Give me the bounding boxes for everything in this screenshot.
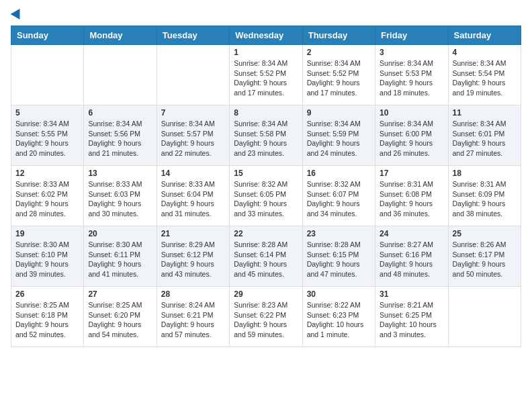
calendar-cell: 15Sunrise: 8:32 AM Sunset: 6:05 PM Dayli… bbox=[230, 166, 302, 226]
calendar-cell: 6Sunrise: 8:34 AM Sunset: 5:56 PM Daylig… bbox=[84, 105, 157, 166]
day-info: Sunrise: 8:34 AM Sunset: 6:00 PM Dayligh… bbox=[380, 119, 443, 158]
day-number: 18 bbox=[453, 169, 517, 178]
calendar-cell: 26Sunrise: 8:25 AM Sunset: 6:18 PM Dayli… bbox=[11, 287, 84, 347]
day-info: Sunrise: 8:28 AM Sunset: 6:14 PM Dayligh… bbox=[234, 240, 298, 279]
day-number: 31 bbox=[380, 289, 443, 299]
day-info: Sunrise: 8:28 AM Sunset: 6:15 PM Dayligh… bbox=[307, 240, 371, 279]
day-number: 21 bbox=[161, 229, 225, 238]
calendar-cell: 16Sunrise: 8:32 AM Sunset: 6:07 PM Dayli… bbox=[302, 166, 375, 226]
day-info: Sunrise: 8:30 AM Sunset: 6:11 PM Dayligh… bbox=[88, 240, 152, 279]
calendar-week-3: 12Sunrise: 8:33 AM Sunset: 6:02 PM Dayli… bbox=[11, 166, 521, 226]
calendar-cell: 9Sunrise: 8:34 AM Sunset: 5:59 PM Daylig… bbox=[302, 105, 375, 166]
day-number: 28 bbox=[161, 289, 225, 299]
calendar-cell: 5Sunrise: 8:34 AM Sunset: 5:55 PM Daylig… bbox=[11, 105, 84, 166]
day-info: Sunrise: 8:24 AM Sunset: 6:21 PM Dayligh… bbox=[161, 300, 225, 340]
day-number: 23 bbox=[307, 229, 371, 238]
calendar-cell: 31Sunrise: 8:21 AM Sunset: 6:25 PM Dayli… bbox=[375, 287, 448, 347]
calendar-cell: 10Sunrise: 8:34 AM Sunset: 6:00 PM Dayli… bbox=[375, 105, 448, 166]
logo bbox=[11, 11, 23, 17]
day-info: Sunrise: 8:34 AM Sunset: 5:55 PM Dayligh… bbox=[15, 119, 79, 158]
calendar-cell: 24Sunrise: 8:27 AM Sunset: 6:16 PM Dayli… bbox=[375, 226, 448, 287]
day-info: Sunrise: 8:33 AM Sunset: 6:02 PM Dayligh… bbox=[15, 179, 79, 219]
logo-triangle-icon bbox=[11, 6, 25, 19]
calendar-cell: 23Sunrise: 8:28 AM Sunset: 6:15 PM Dayli… bbox=[302, 226, 375, 287]
day-info: Sunrise: 8:30 AM Sunset: 6:10 PM Dayligh… bbox=[15, 240, 79, 279]
day-number: 3 bbox=[380, 48, 443, 57]
calendar-cell: 7Sunrise: 8:34 AM Sunset: 5:57 PM Daylig… bbox=[157, 105, 229, 166]
calendar-header-tuesday: Tuesday bbox=[157, 26, 229, 45]
calendar-header-monday: Monday bbox=[84, 26, 157, 45]
day-number: 12 bbox=[15, 169, 79, 178]
calendar-cell: 27Sunrise: 8:25 AM Sunset: 6:20 PM Dayli… bbox=[84, 287, 157, 347]
day-info: Sunrise: 8:34 AM Sunset: 5:52 PM Dayligh… bbox=[307, 58, 371, 98]
page-header bbox=[11, 11, 521, 17]
day-info: Sunrise: 8:34 AM Sunset: 5:59 PM Dayligh… bbox=[307, 119, 371, 158]
calendar-cell bbox=[84, 45, 157, 105]
day-info: Sunrise: 8:32 AM Sunset: 6:05 PM Dayligh… bbox=[234, 179, 298, 219]
day-number: 24 bbox=[380, 229, 443, 238]
day-info: Sunrise: 8:33 AM Sunset: 6:04 PM Dayligh… bbox=[161, 179, 225, 219]
calendar-week-1: 1Sunrise: 8:34 AM Sunset: 5:52 PM Daylig… bbox=[11, 45, 521, 105]
calendar-cell: 1Sunrise: 8:34 AM Sunset: 5:52 PM Daylig… bbox=[230, 45, 302, 105]
day-number: 8 bbox=[234, 108, 298, 118]
day-info: Sunrise: 8:23 AM Sunset: 6:22 PM Dayligh… bbox=[234, 300, 298, 340]
day-number: 26 bbox=[15, 289, 79, 299]
day-number: 16 bbox=[307, 169, 371, 178]
calendar-cell: 29Sunrise: 8:23 AM Sunset: 6:22 PM Dayli… bbox=[230, 287, 302, 347]
day-number: 29 bbox=[234, 289, 298, 299]
day-number: 20 bbox=[88, 229, 152, 238]
day-info: Sunrise: 8:34 AM Sunset: 5:53 PM Dayligh… bbox=[380, 58, 443, 98]
day-info: Sunrise: 8:25 AM Sunset: 6:18 PM Dayligh… bbox=[15, 300, 79, 340]
day-info: Sunrise: 8:21 AM Sunset: 6:25 PM Dayligh… bbox=[380, 300, 443, 340]
calendar-header-row: SundayMondayTuesdayWednesdayThursdayFrid… bbox=[11, 26, 521, 45]
day-number: 11 bbox=[453, 108, 517, 118]
calendar-cell: 14Sunrise: 8:33 AM Sunset: 6:04 PM Dayli… bbox=[157, 166, 229, 226]
calendar-cell: 30Sunrise: 8:22 AM Sunset: 6:23 PM Dayli… bbox=[302, 287, 375, 347]
day-info: Sunrise: 8:31 AM Sunset: 6:09 PM Dayligh… bbox=[453, 179, 517, 219]
day-info: Sunrise: 8:25 AM Sunset: 6:20 PM Dayligh… bbox=[88, 300, 152, 340]
day-number: 25 bbox=[453, 229, 517, 238]
calendar-header-friday: Friday bbox=[375, 26, 448, 45]
day-info: Sunrise: 8:34 AM Sunset: 5:54 PM Dayligh… bbox=[453, 58, 517, 98]
calendar-cell: 4Sunrise: 8:34 AM Sunset: 5:54 PM Daylig… bbox=[448, 45, 521, 105]
calendar-week-5: 26Sunrise: 8:25 AM Sunset: 6:18 PM Dayli… bbox=[11, 287, 521, 347]
day-info: Sunrise: 8:31 AM Sunset: 6:08 PM Dayligh… bbox=[380, 179, 443, 219]
calendar-cell: 19Sunrise: 8:30 AM Sunset: 6:10 PM Dayli… bbox=[11, 226, 84, 287]
day-info: Sunrise: 8:34 AM Sunset: 5:57 PM Dayligh… bbox=[161, 119, 225, 158]
day-info: Sunrise: 8:32 AM Sunset: 6:07 PM Dayligh… bbox=[307, 179, 371, 219]
calendar-header-sunday: Sunday bbox=[11, 26, 84, 45]
day-info: Sunrise: 8:34 AM Sunset: 5:52 PM Dayligh… bbox=[234, 58, 298, 98]
day-number: 15 bbox=[234, 169, 298, 178]
calendar-header-thursday: Thursday bbox=[302, 26, 375, 45]
calendar-cell: 3Sunrise: 8:34 AM Sunset: 5:53 PM Daylig… bbox=[375, 45, 448, 105]
day-info: Sunrise: 8:34 AM Sunset: 5:56 PM Dayligh… bbox=[88, 119, 152, 158]
calendar-cell: 17Sunrise: 8:31 AM Sunset: 6:08 PM Dayli… bbox=[375, 166, 448, 226]
day-number: 27 bbox=[88, 289, 152, 299]
calendar-cell: 12Sunrise: 8:33 AM Sunset: 6:02 PM Dayli… bbox=[11, 166, 84, 226]
calendar-week-4: 19Sunrise: 8:30 AM Sunset: 6:10 PM Dayli… bbox=[11, 226, 521, 287]
day-info: Sunrise: 8:33 AM Sunset: 6:03 PM Dayligh… bbox=[88, 179, 152, 219]
calendar-cell: 22Sunrise: 8:28 AM Sunset: 6:14 PM Dayli… bbox=[230, 226, 302, 287]
day-number: 17 bbox=[380, 169, 443, 178]
day-info: Sunrise: 8:34 AM Sunset: 5:58 PM Dayligh… bbox=[234, 119, 298, 158]
calendar-header-saturday: Saturday bbox=[448, 26, 521, 45]
calendar-cell: 13Sunrise: 8:33 AM Sunset: 6:03 PM Dayli… bbox=[84, 166, 157, 226]
calendar-cell: 11Sunrise: 8:34 AM Sunset: 6:01 PM Dayli… bbox=[448, 105, 521, 166]
calendar-cell: 8Sunrise: 8:34 AM Sunset: 5:58 PM Daylig… bbox=[230, 105, 302, 166]
day-number: 14 bbox=[161, 169, 225, 178]
calendar-header-wednesday: Wednesday bbox=[230, 26, 302, 45]
day-number: 2 bbox=[307, 48, 371, 57]
day-number: 22 bbox=[234, 229, 298, 238]
day-number: 30 bbox=[307, 289, 371, 299]
day-info: Sunrise: 8:22 AM Sunset: 6:23 PM Dayligh… bbox=[307, 300, 371, 340]
day-number: 5 bbox=[15, 108, 79, 118]
day-info: Sunrise: 8:34 AM Sunset: 6:01 PM Dayligh… bbox=[453, 119, 517, 158]
calendar-week-2: 5Sunrise: 8:34 AM Sunset: 5:55 PM Daylig… bbox=[11, 105, 521, 166]
day-info: Sunrise: 8:27 AM Sunset: 6:16 PM Dayligh… bbox=[380, 240, 443, 279]
day-info: Sunrise: 8:26 AM Sunset: 6:17 PM Dayligh… bbox=[453, 240, 517, 279]
calendar-cell: 20Sunrise: 8:30 AM Sunset: 6:11 PM Dayli… bbox=[84, 226, 157, 287]
calendar-cell: 18Sunrise: 8:31 AM Sunset: 6:09 PM Dayli… bbox=[448, 166, 521, 226]
day-number: 7 bbox=[161, 108, 225, 118]
calendar-cell bbox=[448, 287, 521, 347]
calendar-cell: 2Sunrise: 8:34 AM Sunset: 5:52 PM Daylig… bbox=[302, 45, 375, 105]
